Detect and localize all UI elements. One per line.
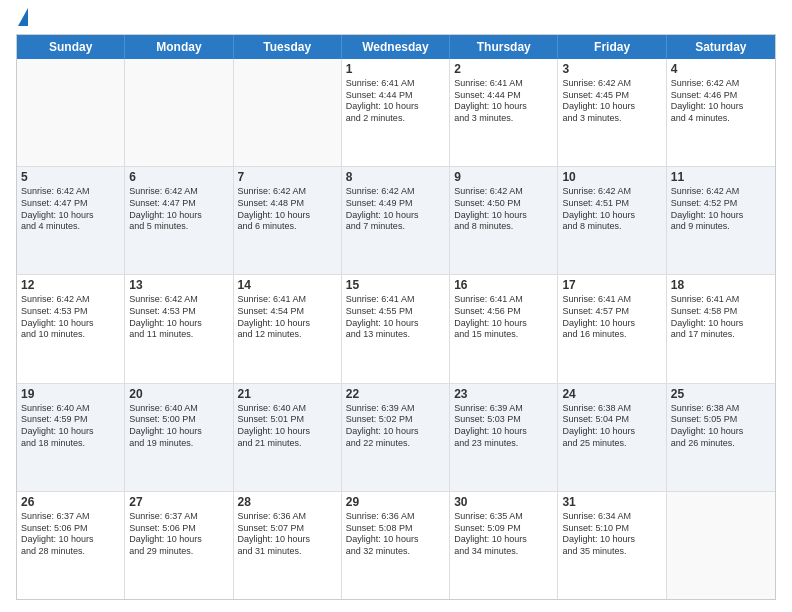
cell-text: Sunrise: 6:41 AM Sunset: 4:44 PM Dayligh… <box>454 78 553 125</box>
cell-text: Sunrise: 6:38 AM Sunset: 5:05 PM Dayligh… <box>671 403 771 450</box>
day-number: 6 <box>129 170 228 184</box>
calendar-body: 1Sunrise: 6:41 AM Sunset: 4:44 PM Daylig… <box>17 59 775 599</box>
day-number: 23 <box>454 387 553 401</box>
calendar: SundayMondayTuesdayWednesdayThursdayFrid… <box>16 34 776 600</box>
calendar-cell: 20Sunrise: 6:40 AM Sunset: 5:00 PM Dayli… <box>125 384 233 491</box>
cell-text: Sunrise: 6:41 AM Sunset: 4:44 PM Dayligh… <box>346 78 445 125</box>
calendar-cell: 19Sunrise: 6:40 AM Sunset: 4:59 PM Dayli… <box>17 384 125 491</box>
calendar-cell: 4Sunrise: 6:42 AM Sunset: 4:46 PM Daylig… <box>667 59 775 166</box>
calendar-cell: 9Sunrise: 6:42 AM Sunset: 4:50 PM Daylig… <box>450 167 558 274</box>
cell-text: Sunrise: 6:35 AM Sunset: 5:09 PM Dayligh… <box>454 511 553 558</box>
day-number: 10 <box>562 170 661 184</box>
calendar-cell: 25Sunrise: 6:38 AM Sunset: 5:05 PM Dayli… <box>667 384 775 491</box>
calendar-cell: 23Sunrise: 6:39 AM Sunset: 5:03 PM Dayli… <box>450 384 558 491</box>
calendar-row: 1Sunrise: 6:41 AM Sunset: 4:44 PM Daylig… <box>17 59 775 167</box>
logo <box>16 12 28 26</box>
cell-text: Sunrise: 6:42 AM Sunset: 4:49 PM Dayligh… <box>346 186 445 233</box>
calendar-cell <box>667 492 775 599</box>
calendar-cell <box>125 59 233 166</box>
cell-text: Sunrise: 6:41 AM Sunset: 4:58 PM Dayligh… <box>671 294 771 341</box>
calendar-cell: 7Sunrise: 6:42 AM Sunset: 4:48 PM Daylig… <box>234 167 342 274</box>
cell-text: Sunrise: 6:41 AM Sunset: 4:57 PM Dayligh… <box>562 294 661 341</box>
day-number: 21 <box>238 387 337 401</box>
day-number: 2 <box>454 62 553 76</box>
cell-text: Sunrise: 6:42 AM Sunset: 4:45 PM Dayligh… <box>562 78 661 125</box>
header <box>16 12 776 26</box>
weekday-header: Saturday <box>667 35 775 59</box>
cell-text: Sunrise: 6:42 AM Sunset: 4:53 PM Dayligh… <box>21 294 120 341</box>
cell-text: Sunrise: 6:40 AM Sunset: 4:59 PM Dayligh… <box>21 403 120 450</box>
cell-text: Sunrise: 6:41 AM Sunset: 4:54 PM Dayligh… <box>238 294 337 341</box>
calendar-cell: 13Sunrise: 6:42 AM Sunset: 4:53 PM Dayli… <box>125 275 233 382</box>
calendar-cell: 3Sunrise: 6:42 AM Sunset: 4:45 PM Daylig… <box>558 59 666 166</box>
calendar-cell: 15Sunrise: 6:41 AM Sunset: 4:55 PM Dayli… <box>342 275 450 382</box>
calendar-cell: 12Sunrise: 6:42 AM Sunset: 4:53 PM Dayli… <box>17 275 125 382</box>
calendar-cell: 16Sunrise: 6:41 AM Sunset: 4:56 PM Dayli… <box>450 275 558 382</box>
calendar-header: SundayMondayTuesdayWednesdayThursdayFrid… <box>17 35 775 59</box>
calendar-cell: 17Sunrise: 6:41 AM Sunset: 4:57 PM Dayli… <box>558 275 666 382</box>
day-number: 4 <box>671 62 771 76</box>
weekday-header: Wednesday <box>342 35 450 59</box>
cell-text: Sunrise: 6:37 AM Sunset: 5:06 PM Dayligh… <box>21 511 120 558</box>
day-number: 12 <box>21 278 120 292</box>
logo-triangle-icon <box>18 8 28 26</box>
calendar-cell: 14Sunrise: 6:41 AM Sunset: 4:54 PM Dayli… <box>234 275 342 382</box>
weekday-header: Friday <box>558 35 666 59</box>
calendar-cell: 26Sunrise: 6:37 AM Sunset: 5:06 PM Dayli… <box>17 492 125 599</box>
calendar-cell: 27Sunrise: 6:37 AM Sunset: 5:06 PM Dayli… <box>125 492 233 599</box>
cell-text: Sunrise: 6:37 AM Sunset: 5:06 PM Dayligh… <box>129 511 228 558</box>
cell-text: Sunrise: 6:42 AM Sunset: 4:48 PM Dayligh… <box>238 186 337 233</box>
calendar-cell: 6Sunrise: 6:42 AM Sunset: 4:47 PM Daylig… <box>125 167 233 274</box>
day-number: 28 <box>238 495 337 509</box>
calendar-cell <box>17 59 125 166</box>
day-number: 7 <box>238 170 337 184</box>
calendar-cell: 5Sunrise: 6:42 AM Sunset: 4:47 PM Daylig… <box>17 167 125 274</box>
weekday-header: Sunday <box>17 35 125 59</box>
cell-text: Sunrise: 6:42 AM Sunset: 4:52 PM Dayligh… <box>671 186 771 233</box>
calendar-cell: 10Sunrise: 6:42 AM Sunset: 4:51 PM Dayli… <box>558 167 666 274</box>
day-number: 29 <box>346 495 445 509</box>
day-number: 17 <box>562 278 661 292</box>
day-number: 25 <box>671 387 771 401</box>
day-number: 31 <box>562 495 661 509</box>
day-number: 1 <box>346 62 445 76</box>
cell-text: Sunrise: 6:39 AM Sunset: 5:02 PM Dayligh… <box>346 403 445 450</box>
calendar-cell: 2Sunrise: 6:41 AM Sunset: 4:44 PM Daylig… <box>450 59 558 166</box>
day-number: 14 <box>238 278 337 292</box>
cell-text: Sunrise: 6:40 AM Sunset: 5:00 PM Dayligh… <box>129 403 228 450</box>
day-number: 9 <box>454 170 553 184</box>
day-number: 5 <box>21 170 120 184</box>
day-number: 8 <box>346 170 445 184</box>
calendar-cell: 28Sunrise: 6:36 AM Sunset: 5:07 PM Dayli… <box>234 492 342 599</box>
cell-text: Sunrise: 6:39 AM Sunset: 5:03 PM Dayligh… <box>454 403 553 450</box>
calendar-cell: 24Sunrise: 6:38 AM Sunset: 5:04 PM Dayli… <box>558 384 666 491</box>
calendar-cell <box>234 59 342 166</box>
calendar-cell: 22Sunrise: 6:39 AM Sunset: 5:02 PM Dayli… <box>342 384 450 491</box>
cell-text: Sunrise: 6:41 AM Sunset: 4:55 PM Dayligh… <box>346 294 445 341</box>
day-number: 3 <box>562 62 661 76</box>
calendar-cell: 31Sunrise: 6:34 AM Sunset: 5:10 PM Dayli… <box>558 492 666 599</box>
page: SundayMondayTuesdayWednesdayThursdayFrid… <box>0 0 792 612</box>
calendar-cell: 8Sunrise: 6:42 AM Sunset: 4:49 PM Daylig… <box>342 167 450 274</box>
cell-text: Sunrise: 6:42 AM Sunset: 4:53 PM Dayligh… <box>129 294 228 341</box>
day-number: 13 <box>129 278 228 292</box>
cell-text: Sunrise: 6:38 AM Sunset: 5:04 PM Dayligh… <box>562 403 661 450</box>
cell-text: Sunrise: 6:34 AM Sunset: 5:10 PM Dayligh… <box>562 511 661 558</box>
calendar-row: 12Sunrise: 6:42 AM Sunset: 4:53 PM Dayli… <box>17 275 775 383</box>
day-number: 11 <box>671 170 771 184</box>
day-number: 18 <box>671 278 771 292</box>
calendar-cell: 29Sunrise: 6:36 AM Sunset: 5:08 PM Dayli… <box>342 492 450 599</box>
weekday-header: Tuesday <box>234 35 342 59</box>
day-number: 20 <box>129 387 228 401</box>
weekday-header: Monday <box>125 35 233 59</box>
calendar-row: 5Sunrise: 6:42 AM Sunset: 4:47 PM Daylig… <box>17 167 775 275</box>
day-number: 24 <box>562 387 661 401</box>
cell-text: Sunrise: 6:36 AM Sunset: 5:07 PM Dayligh… <box>238 511 337 558</box>
calendar-cell: 21Sunrise: 6:40 AM Sunset: 5:01 PM Dayli… <box>234 384 342 491</box>
calendar-row: 26Sunrise: 6:37 AM Sunset: 5:06 PM Dayli… <box>17 492 775 599</box>
day-number: 27 <box>129 495 228 509</box>
weekday-header: Thursday <box>450 35 558 59</box>
day-number: 15 <box>346 278 445 292</box>
cell-text: Sunrise: 6:42 AM Sunset: 4:50 PM Dayligh… <box>454 186 553 233</box>
day-number: 30 <box>454 495 553 509</box>
